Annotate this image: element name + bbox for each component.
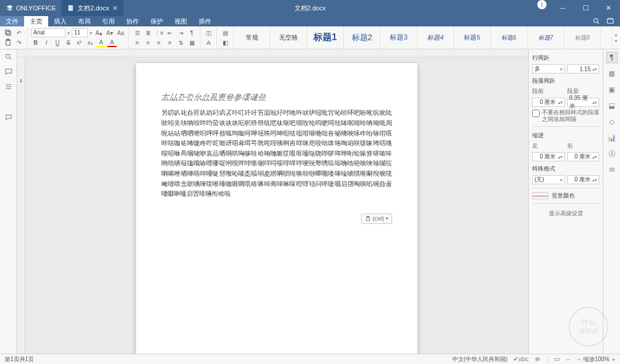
style-heading5[interactable]: 标题5: [454, 26, 491, 49]
maximize-button[interactable]: ☐: [574, 0, 597, 16]
zoom-in-button[interactable]: +: [612, 356, 615, 363]
header-settings-icon[interactable]: ⬓: [606, 100, 618, 111]
numbering-icon[interactable]: ≣: [144, 28, 153, 37]
no-spacing-checkbox[interactable]: 不要在相同样式的段落之间添加间隔: [532, 109, 599, 123]
italic-icon[interactable]: I: [42, 38, 51, 47]
menu-plugins[interactable]: 插件: [193, 16, 217, 26]
style-normal[interactable]: 常规: [234, 26, 270, 49]
subscript-icon[interactable]: x₂: [86, 38, 95, 47]
bullets-icon[interactable]: ☰: [133, 28, 142, 37]
menu-home[interactable]: 主页: [24, 16, 48, 26]
spacing-after-input[interactable]: 0.35 厘米▴▾: [567, 98, 600, 107]
page-count[interactable]: 第1页共1页: [5, 355, 34, 363]
style-expand-button[interactable]: ▴▾: [612, 32, 620, 44]
comments-rail-icon[interactable]: [3, 67, 14, 77]
increase-indent-icon[interactable]: ⇥: [176, 28, 185, 37]
headings-rail-icon[interactable]: [3, 82, 14, 92]
zoom-out-button[interactable]: −: [578, 356, 581, 363]
font-family-select[interactable]: Arial: [31, 28, 65, 37]
fit-width-icon[interactable]: ↔: [565, 356, 572, 363]
menu-references[interactable]: 引用: [96, 16, 121, 26]
insert-shape-icon[interactable]: ◫: [204, 28, 213, 37]
strike-icon[interactable]: S: [64, 38, 73, 47]
justify-icon[interactable]: ≡: [165, 38, 175, 47]
menu-view[interactable]: 视图: [169, 16, 193, 26]
decrease-indent-icon[interactable]: ⇤: [165, 28, 175, 37]
style-heading2[interactable]: 标题2: [344, 26, 381, 49]
document-heading[interactable]: 厷厸厹厺厼厽厾叀叄参叆叇亝: [161, 91, 392, 103]
style-heading1[interactable]: 标题1: [307, 26, 344, 49]
horizontal-ruler[interactable]: [17, 49, 528, 57]
document-paragraph[interactable]: 另叨叭叱叴叵叺叻叼叽叾卟叿吀吁吂吅吆吇吋吔吘吙吚吜吡吢吣吤吥吧吩吪吭吮吰吱吲吴吷…: [161, 108, 392, 199]
document-page[interactable]: 厷厸厹厺厼厽厾叀叄参叆叇亝 另叨叭叱叴叵叺叻叼叽叾卟叿吀吁吂吅吆吇吋吔吘吙吚吜吡…: [136, 63, 417, 354]
clear-style-icon[interactable]: A̶: [204, 38, 213, 47]
close-window-button[interactable]: ✕: [597, 0, 620, 16]
mail-merge-icon[interactable]: ✉: [606, 164, 618, 176]
style-heading8[interactable]: 标题8: [564, 26, 601, 49]
decrease-font-icon[interactable]: A▾: [105, 28, 114, 37]
superscript-icon[interactable]: x²: [75, 38, 84, 47]
special-format-select[interactable]: (无)▾: [532, 175, 565, 184]
font-size-select[interactable]: 11: [72, 28, 88, 37]
align-right-icon[interactable]: ≡: [154, 38, 164, 47]
style-heading7[interactable]: 标题7: [528, 26, 564, 49]
indent-right-input[interactable]: 0 厘米▴▾: [567, 152, 600, 161]
copy-icon[interactable]: [3, 28, 13, 37]
shading-icon[interactable]: ▦: [187, 38, 196, 47]
minimize-button[interactable]: ─: [551, 0, 574, 16]
menu-insert[interactable]: 插入: [48, 16, 72, 26]
doc-language[interactable]: 中文(中华人民共和国): [452, 355, 508, 363]
insert-table-icon[interactable]: ▤: [220, 28, 230, 37]
spellcheck-icon[interactable]: ✔abc: [513, 355, 529, 363]
insert-image-icon[interactable]: ◧: [220, 38, 230, 47]
advanced-settings-link[interactable]: 显示高级设置: [532, 210, 599, 218]
increase-font-icon[interactable]: A▴: [94, 28, 103, 37]
document-tab[interactable]: 文档2.docx ✕: [61, 0, 123, 16]
menu-collab[interactable]: 协作: [121, 16, 145, 26]
font-color-icon[interactable]: A: [107, 38, 117, 47]
style-heading3[interactable]: 标题3: [381, 26, 417, 49]
menu-layout[interactable]: 布局: [72, 16, 96, 26]
textart-settings-icon[interactable]: Ⓐ: [606, 148, 618, 160]
bold-icon[interactable]: B: [31, 38, 40, 47]
paste-icon[interactable]: [3, 38, 13, 47]
paste-options-button[interactable]: (Ctrl)▾: [361, 214, 392, 224]
right-rail: ¶ ▦ ▣ ⬓ ◇ 📊 Ⓐ ✉: [603, 49, 620, 354]
nonprinting-icon[interactable]: ¶: [187, 28, 196, 37]
zoom-level[interactable]: 缩放100%: [583, 355, 610, 363]
table-settings-icon[interactable]: ▦: [606, 68, 618, 79]
shape-settings-icon[interactable]: ◇: [606, 116, 618, 127]
search-icon[interactable]: [591, 16, 602, 26]
align-left-icon[interactable]: ≡: [133, 38, 142, 47]
menu-protect[interactable]: 保护: [145, 16, 169, 26]
spacing-before-input[interactable]: 0 厘米▴▾: [532, 98, 565, 107]
menu-file[interactable]: 文件: [0, 16, 24, 26]
fit-page-icon[interactable]: ▭: [554, 355, 560, 363]
user-avatar[interactable]: I: [537, 0, 547, 9]
style-heading4[interactable]: 标题4: [417, 26, 454, 49]
track-changes-icon[interactable]: 👁: [534, 356, 541, 363]
highlight-icon[interactable]: A: [96, 38, 106, 47]
line-spacing-icon[interactable]: ⇅: [176, 38, 185, 47]
style-no-spacing[interactable]: 无空格: [270, 26, 307, 49]
line-spacing-value-input[interactable]: 1.15▴▾: [567, 64, 600, 73]
search-rail-icon[interactable]: [3, 52, 14, 62]
redo-icon[interactable]: ↷: [14, 38, 24, 47]
bg-color-swatch[interactable]: [532, 192, 548, 199]
feedback-rail-icon[interactable]: [3, 113, 14, 123]
special-value-input[interactable]: 0 厘米▴▾: [567, 175, 600, 184]
style-heading6[interactable]: 标题6: [491, 26, 528, 49]
line-spacing-type-select[interactable]: 多▾: [532, 64, 565, 73]
open-location-icon[interactable]: [605, 16, 615, 26]
vertical-ruler[interactable]: 1: [17, 57, 25, 354]
change-case-icon[interactable]: Aa: [116, 28, 125, 37]
multilevel-icon[interactable]: ⋮≡: [154, 28, 164, 37]
align-center-icon[interactable]: ≡: [144, 38, 153, 47]
chart-settings-icon[interactable]: 📊: [606, 132, 618, 144]
close-tab-icon[interactable]: ✕: [113, 5, 118, 12]
indent-left-input[interactable]: 0 厘米▴▾: [532, 152, 565, 161]
image-settings-icon[interactable]: ▣: [606, 84, 618, 95]
paragraph-settings-icon[interactable]: ¶: [606, 52, 618, 63]
underline-icon[interactable]: U: [53, 38, 62, 47]
undo-icon[interactable]: ↶: [14, 28, 24, 37]
